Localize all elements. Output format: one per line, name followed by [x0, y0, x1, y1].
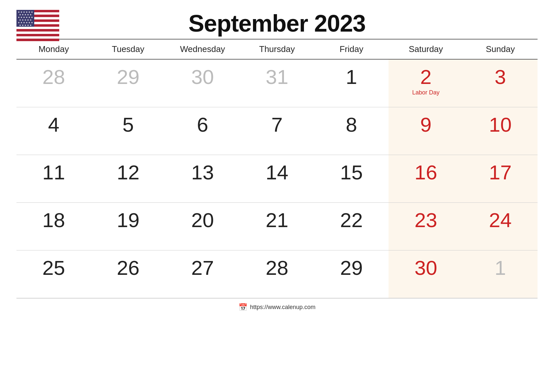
header-wednesday: Wednesday	[165, 39, 240, 59]
calendar-cell: 30	[165, 59, 240, 107]
svg-text:★: ★	[31, 11, 33, 13]
day-number: 19	[117, 210, 139, 230]
svg-text:★: ★	[28, 16, 30, 18]
svg-text:★: ★	[31, 16, 33, 18]
svg-text:★: ★	[18, 21, 20, 24]
svg-text:★: ★	[19, 13, 21, 16]
day-number: 7	[271, 115, 283, 135]
header-sunday: Sunday	[463, 39, 538, 59]
calendar-cell: 19	[91, 202, 165, 250]
day-number: 31	[266, 67, 289, 87]
calendar-cell: 23	[389, 202, 463, 250]
calendar-cell: 10	[463, 107, 538, 155]
svg-text:★: ★	[23, 21, 25, 24]
calendar-cell: 4	[16, 107, 91, 155]
svg-text:★: ★	[27, 13, 29, 16]
calendar-cell: 1	[314, 59, 389, 107]
svg-text:★: ★	[22, 24, 24, 26]
calendar-cell: 2Labor Day	[389, 59, 463, 107]
calendar-cell: 14	[240, 155, 314, 202]
calendar-cell: 22	[314, 202, 389, 250]
day-number: 5	[122, 115, 134, 135]
svg-text:★: ★	[24, 13, 26, 16]
calendar-cell: 26	[91, 250, 165, 298]
svg-text:★: ★	[27, 19, 29, 21]
calendar-week-row: 45678910	[16, 107, 538, 155]
day-number: 18	[42, 210, 65, 230]
svg-text:★: ★	[23, 11, 25, 13]
day-number: 16	[415, 162, 437, 183]
page-wrapper: ★★★★★★ ★★★★★ ★★★★★★ ★★★★★ ★★★★★★ ★★★★★ S…	[16, 7, 538, 314]
calendar-cell: 9	[389, 107, 463, 155]
day-number: 6	[197, 115, 208, 135]
svg-text:★: ★	[18, 11, 20, 13]
footer-url: https://www.calenup.com	[250, 304, 315, 311]
svg-text:★: ★	[26, 11, 28, 13]
day-number: 24	[489, 210, 512, 230]
calendar-week-row: 11121314151617	[16, 155, 538, 202]
calendar-cell: 5	[91, 107, 165, 155]
calendar-cell: 21	[240, 202, 314, 250]
svg-text:★: ★	[22, 19, 24, 21]
calendar-header: ★★★★★★ ★★★★★ ★★★★★★ ★★★★★ ★★★★★★ ★★★★★ S…	[16, 7, 538, 39]
day-number: 28	[266, 258, 289, 278]
day-number: 4	[48, 115, 59, 135]
calendar-cell: 8	[314, 107, 389, 155]
svg-text:★: ★	[30, 19, 32, 21]
day-number: 1	[346, 67, 357, 87]
svg-text:★: ★	[23, 16, 25, 18]
calendar-cell: 15	[314, 155, 389, 202]
header-saturday: Saturday	[389, 39, 463, 59]
day-number: 22	[340, 210, 363, 230]
calendar-cell: 27	[165, 250, 240, 298]
svg-text:★: ★	[22, 13, 24, 16]
header-monday: Monday	[16, 39, 91, 59]
svg-text:★: ★	[20, 21, 22, 24]
svg-rect-7	[16, 27, 59, 29]
svg-text:★: ★	[24, 24, 26, 26]
calendar-cell: 20	[165, 202, 240, 250]
calendar-cell: 1	[463, 250, 538, 298]
day-number: 26	[117, 258, 139, 278]
calendar-week-row: 18192021222324	[16, 202, 538, 250]
svg-rect-12	[16, 39, 59, 41]
day-number: 20	[191, 210, 214, 230]
day-number: 21	[266, 210, 289, 230]
day-number: 25	[42, 258, 65, 278]
svg-text:★: ★	[19, 19, 21, 21]
day-number: 30	[415, 258, 437, 278]
calendar-cell: 3	[463, 59, 538, 107]
svg-text:★: ★	[20, 11, 22, 13]
header-friday: Friday	[314, 39, 389, 59]
day-number: 12	[117, 162, 139, 183]
day-number: 15	[340, 162, 363, 183]
svg-rect-9	[16, 32, 59, 34]
calendar-cell: 12	[91, 155, 165, 202]
svg-text:★: ★	[20, 16, 22, 18]
footer: 📅 https://www.calenup.com	[16, 298, 538, 314]
weekday-header-row: Monday Tuesday Wednesday Thursday Friday…	[16, 39, 538, 59]
header-thursday: Thursday	[240, 39, 314, 59]
day-number: 27	[191, 258, 214, 278]
holiday-label: Labor Day	[412, 89, 440, 96]
svg-text:★: ★	[30, 13, 32, 16]
day-number: 17	[489, 162, 512, 183]
svg-rect-11	[16, 36, 59, 39]
day-number: 2	[420, 67, 431, 87]
day-number: 13	[191, 162, 214, 183]
svg-text:★: ★	[27, 24, 29, 26]
svg-rect-10	[16, 34, 59, 36]
calendar-cell: 24	[463, 202, 538, 250]
calendar-cell: 11	[16, 155, 91, 202]
calendar-week-row: 2829303112Labor Day3	[16, 59, 538, 107]
calendar-cell: 13	[165, 155, 240, 202]
day-number: 29	[340, 258, 363, 278]
header-tuesday: Tuesday	[91, 39, 165, 59]
svg-rect-8	[16, 29, 59, 31]
svg-text:★: ★	[24, 19, 26, 21]
day-number: 1	[495, 258, 506, 278]
calendar-cell: 18	[16, 202, 91, 250]
calendar-cell: 29	[314, 250, 389, 298]
calendar-cell: 6	[165, 107, 240, 155]
us-flag: ★★★★★★ ★★★★★ ★★★★★★ ★★★★★ ★★★★★★ ★★★★★	[16, 10, 59, 41]
